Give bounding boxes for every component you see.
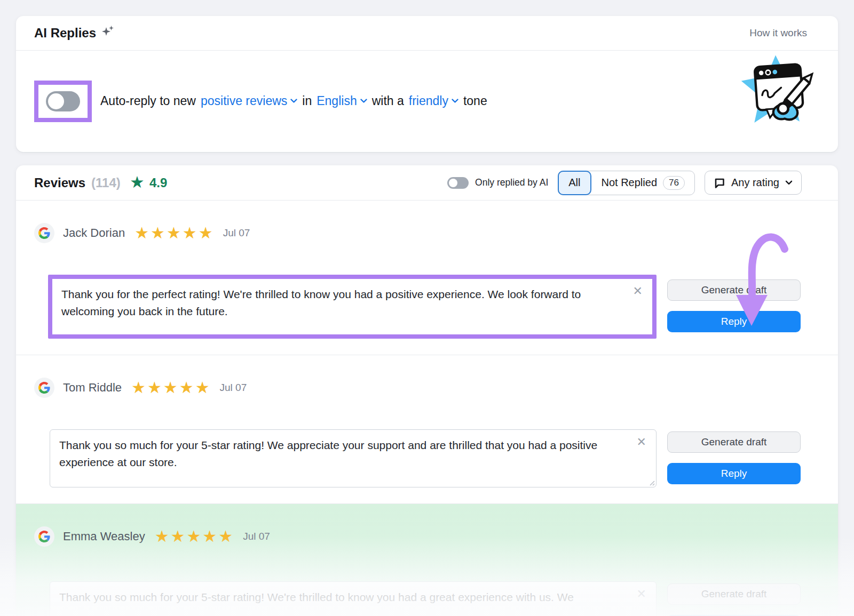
review-type-value: positive reviews [201,94,287,108]
star-rating: ★★★★★ [131,380,211,396]
generate-draft-button[interactable]: Generate draft [667,583,801,605]
writing-illustration [736,51,816,131]
ai-replies-title-text: AI Replies [34,26,96,41]
how-it-works-link[interactable]: How it works [749,27,807,39]
reviews-title-text: Reviews [34,175,85,190]
reply-button[interactable]: Reply [667,311,801,332]
reviews-card: Reviews (114) ★ 4.9 Only replied by AI A… [16,165,838,616]
tone-dropdown[interactable]: friendly [409,94,458,108]
reply-actions: Generate draft Reply [667,429,801,484]
reply-actions: Generate draft Reply [667,581,801,616]
green-star-icon: ★ [131,175,144,190]
reviewer-name: Jack Dorian [63,226,125,240]
any-rating-dropdown[interactable]: Any rating [705,171,802,195]
language-dropdown[interactable]: English [317,94,367,108]
reply-textarea-wrap: Thank you so much for your 5-star rating… [50,581,657,616]
language-value: English [317,94,357,108]
review-row: Jack Dorian ★★★★★ Jul 07 Thank you for t… [16,201,838,355]
google-icon [34,378,54,398]
auto-reply-prefix: Auto-reply to new [100,94,196,108]
only-replied-by-ai-toggle[interactable] [447,177,469,189]
sparkles-icon [101,25,115,42]
replied-filter-tabs: All Not Replied 76 [558,171,695,195]
reviews-title: Reviews (114) ★ 4.9 [34,175,167,190]
any-rating-label: Any rating [731,177,779,189]
review-row-auto-replied: Emma Weasley ★★★★★ Jul 07 Thank you so m… [16,503,838,616]
toggle-knob [48,93,64,109]
reply-textarea[interactable]: Thank you for the perfect rating! We're … [52,279,652,334]
in-label: in [302,94,312,108]
review-head: Emma Weasley ★★★★★ Jul 07 [34,504,801,547]
tone-suffix-label: tone [463,94,487,108]
review-row: Tom Riddle ★★★★★ Jul 07 Thank you so muc… [16,355,838,503]
only-replied-by-ai-label: Only replied by AI [475,177,548,188]
generate-draft-button[interactable]: Generate draft [667,279,801,301]
google-icon [34,526,54,547]
review-head: Jack Dorian ★★★★★ Jul 07 [34,201,801,243]
star-rating: ★★★★★ [155,529,234,545]
reply-textarea[interactable]: Thank you so much for your 5-star rating… [50,430,656,487]
reply-section: Thank you for the perfect rating! We're … [34,275,801,355]
close-icon[interactable]: ✕ [632,284,644,298]
comment-bubble-icon [714,177,725,189]
close-icon[interactable]: ✕ [636,435,647,449]
toggle-highlight-box [34,81,92,122]
reply-actions: Generate draft Reply [667,275,801,332]
review-date: Jul 07 [243,531,270,542]
reply-textarea-wrap: Thank you so much for your 5-star rating… [50,429,657,487]
google-icon [34,223,54,243]
reviews-count: (114) [91,175,121,190]
ai-replies-header: AI Replies How it works [16,16,838,51]
ai-replies-title: AI Replies [34,25,115,42]
tab-not-replied[interactable]: Not Replied 76 [591,171,694,195]
tab-all[interactable]: All [558,171,591,195]
star-rating: ★★★★★ [135,225,214,241]
auto-reply-settings-row: Auto-reply to new positive reviews in En… [16,51,838,151]
reviews-header: Reviews (114) ★ 4.9 Only replied by AI A… [16,165,838,201]
reply-button[interactable]: Reply [667,463,801,484]
reply-section: Thank you so much for your 5-star rating… [34,581,801,616]
average-rating: 4.9 [149,175,167,190]
not-replied-count-badge: 76 [663,176,685,190]
reply-textarea[interactable]: Thank you so much for your 5-star rating… [50,582,656,616]
reply-textarea-highlight-box: Thank you for the perfect rating! We're … [48,275,657,339]
chevron-down-icon [785,180,793,185]
reviewer-name: Tom Riddle [63,381,122,395]
chevron-down-icon [290,99,297,103]
toggle-knob [449,179,457,187]
review-type-dropdown[interactable]: positive reviews [201,94,297,108]
auto-reply-sentence: Auto-reply to new positive reviews in En… [100,94,487,108]
with-label: with a [372,94,404,108]
chevron-down-icon [360,99,367,103]
tone-value: friendly [409,94,448,108]
reviews-filters: Only replied by AI All Not Replied 76 An… [447,171,802,195]
review-date: Jul 07 [220,382,247,394]
review-date: Jul 07 [223,227,250,239]
chevron-down-icon [452,99,458,103]
generate-draft-button[interactable]: Generate draft [667,431,801,453]
reply-section: Thank you so much for your 5-star rating… [34,429,801,503]
ai-replies-card: AI Replies How it works Auto-reply to ne… [16,16,838,152]
tab-not-replied-label: Not Replied [602,177,658,189]
close-icon[interactable]: ✕ [636,587,647,601]
auto-reply-toggle[interactable] [46,91,80,111]
review-head: Tom Riddle ★★★★★ Jul 07 [34,355,801,398]
reviewer-name: Emma Weasley [63,530,145,543]
